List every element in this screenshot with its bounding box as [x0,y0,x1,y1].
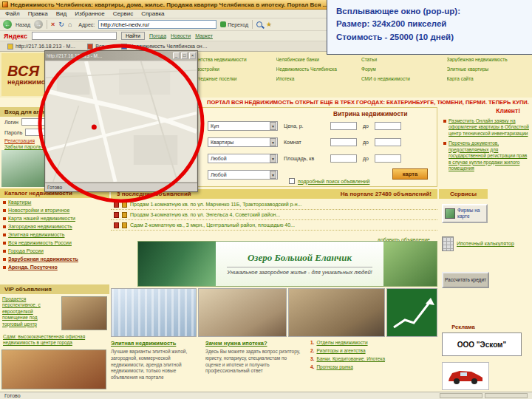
photo-icon [122,202,127,208]
vip-listing-photo[interactable] [61,296,107,330]
yandex-link-weather[interactable]: Погода [149,33,166,38]
header-link[interactable]: Новостройки [191,66,272,72]
object-type-select[interactable]: Квартиры▼ [208,137,278,147]
area-to-input[interactable] [375,154,401,163]
directory-item[interactable]: 1.Отделы недвижимости [310,340,399,345]
address-label: Адрес: [78,22,95,27]
menu-file[interactable]: Файл [5,10,20,17]
directory-link: Отделы недвижимости [316,340,367,345]
close-icon[interactable]: × [189,52,196,59]
directory-column: 1.Отделы недвижимости 2.Риэлторы и агент… [310,340,399,372]
vip-listing-link[interactable]: Продается перспективное, с евроотделкой … [2,296,58,330]
listing-row[interactable]: Сдам 2-комнатную кв., 3 мкрн., Центральн… [111,220,437,231]
directory-link: Банки. Кредитование. Ипотека [316,356,385,361]
header-link[interactable]: Элитные квартиры [447,66,528,72]
directory-item[interactable]: 2.Риэлторы и агентства [310,348,399,353]
vip-listing-photo[interactable] [1,349,106,389]
bullet-icon [443,142,446,145]
rooms-to-input[interactable] [375,138,401,146]
price-from-input[interactable] [330,122,357,130]
rooms-from-input[interactable] [330,138,357,146]
menu-favorites[interactable]: Избранное [75,10,105,17]
vip-listing-link[interactable]: Сдам: высококачественная офисная недвижи… [0,332,109,348]
header-link[interactable]: Статьи [361,57,443,62]
listing-row[interactable]: Продам 3-комнатную кв. по ул. Энгельса 4… [111,210,437,220]
bullet-icon [3,233,6,236]
catalog-item[interactable]: Квартиры [0,198,109,206]
detailed-search-link[interactable]: подробный поиск объявлений [298,179,369,184]
yandex-link-market[interactable]: Маркет [195,33,213,38]
search-icon[interactable] [256,21,262,27]
client-item[interactable]: Перечень документов, предоставляемых для… [443,140,529,171]
district-select[interactable]: Любой▼ [208,154,278,163]
directory-item[interactable]: 3.Банки. Кредитование. Ипотека [310,356,399,361]
favorites-icon[interactable]: ★ [266,21,272,28]
directory-item[interactable]: 4.Прогнозы рынка [310,364,399,369]
catalog-item[interactable]: Элитная недвижимость [0,231,109,239]
header-link[interactable]: Челябинские банки [276,57,358,62]
catalog-item[interactable]: Новостройки и вторичное [0,206,109,214]
links-bar-item[interactable]: http://217.16.18.213 - М… [7,44,75,50]
header-link[interactable]: Карта сайта [447,76,528,81]
client-title: Клиент! [443,107,529,115]
annotation-size: Размер: 324x200 пикселей [336,18,523,29]
yandex-link-news[interactable]: Новости [171,33,191,38]
header-link[interactable]: СМИ о недвижимости [361,76,443,81]
popup-window[interactable]: http://217.16.18.213 - М… _ □ × Готово [44,50,198,192]
menu-view[interactable]: Вид [56,10,66,17]
refresh-icon[interactable]: ↻ [58,21,64,28]
client-item[interactable]: Разместить Онлайн заявку на оформление к… [443,118,529,137]
yandex-logo[interactable]: Яндекс [4,33,27,40]
mortgage-column: Зачем нужна ипотека? Здесь Вы можете зад… [205,340,301,375]
minimize-icon[interactable]: _ [173,52,180,59]
area-from-input[interactable] [330,154,357,163]
catalog-item[interactable]: Аренда. Посуточно [0,263,109,271]
yandex-find-button[interactable]: Найти [121,32,145,40]
menu-help[interactable]: Справка [141,10,164,17]
lake-ad-banner[interactable]: Озеро Большой Еланчик Уникальное загород… [137,241,437,287]
stop-icon[interactable]: × [51,21,55,28]
elite-title-link[interactable]: Элитная недвижимость [111,340,201,347]
listing-row[interactable]: Продам 1-комнатную кв. по ул. Марченко 1… [111,200,437,210]
to-label: до [363,156,369,161]
go-button[interactable]: Переход [220,21,248,27]
catalog-item[interactable]: Загородная недвижимость [0,222,109,231]
catalog-item[interactable]: Зарубежная недвижимость [0,255,109,263]
map-search-button[interactable]: карта [392,168,428,180]
catalog-item[interactable]: Города России [0,247,109,255]
back-icon[interactable]: ← [3,20,12,29]
address-input[interactable] [98,20,216,29]
links-bar-item[interactable]: Недвижимость Челябинска он… [121,44,207,50]
menu-edit[interactable]: Правка [28,10,48,17]
credit-calc-button[interactable]: Рассчитать кредит [442,272,489,288]
ads-section-title: Реклама [439,324,488,330]
yandex-search-input[interactable] [32,32,117,40]
forward-icon[interactable]: → [34,20,43,29]
photo-only-checkbox[interactable] [289,178,295,184]
maximize-icon[interactable]: □ [181,52,188,59]
menu-tools[interactable]: Сервис [113,10,133,17]
firms-on-map-button[interactable]: Фирмы на карте [442,204,488,223]
material-select[interactable]: Любой▼ [208,170,278,180]
office-photo [198,288,287,337]
home-icon[interactable]: ⌂ [68,21,72,28]
header-link[interactable]: Форум [361,66,443,72]
deal-type-select[interactable]: Куп▼ [208,121,278,131]
header-link[interactable]: Агентства недвижимости [191,57,272,62]
header-link[interactable]: Ипотека [276,76,358,81]
statusbar-segment [485,393,528,398]
header-link[interactable]: Недвижимость Челябинска [276,66,358,72]
favicon [121,44,127,50]
header-link[interactable]: Зарубежная недвижимость [447,57,528,62]
banner-title: Озеро Большой Еланчик [248,252,352,264]
catalog-item[interactable]: Карта нашей недвижимости [0,214,109,222]
go-icon [220,21,226,27]
links-bar-item[interactable]: Вся… [87,44,109,50]
header-link[interactable]: Коттеджные поселки [191,76,272,81]
price-to-input[interactable] [375,122,401,130]
mortgage-title-link[interactable]: Зачем нужна ипотека? [205,340,301,347]
catalog-item[interactable]: Вся недвижимость России [0,239,109,247]
mortgage-calculator-item[interactable]: Ипотечный калькулятор [442,236,526,251]
car-ad-banner[interactable] [442,362,489,390]
eskom-ad-banner[interactable]: ООО "Эском" [442,332,522,356]
